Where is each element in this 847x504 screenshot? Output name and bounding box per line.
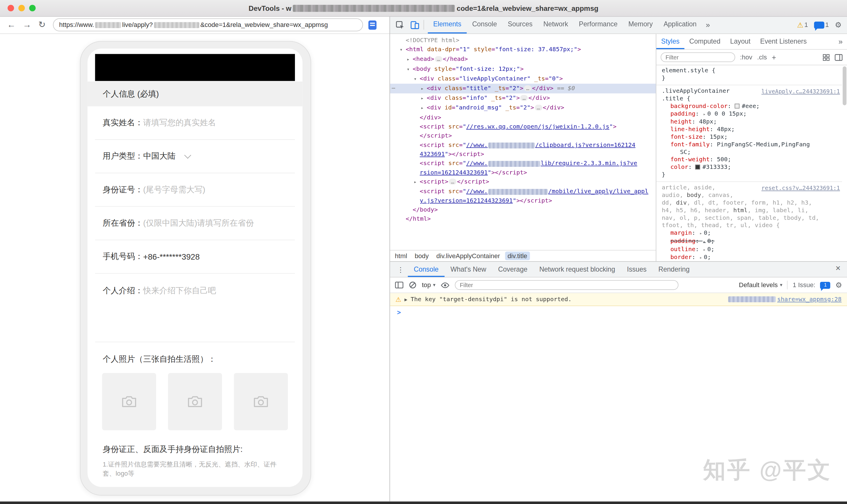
console-tab-what's-new[interactable]: What's New [445,262,492,276]
form-row-4[interactable]: 手机号码：+86-*******3928 [95,240,295,274]
console-settings-gear-icon[interactable]: ⚙ [835,281,842,289]
inspect-element-icon[interactable] [395,20,404,29]
css-property[interactable]: background-color: #eee; [661,103,837,110]
photo-upload-slot[interactable] [234,373,288,430]
kebab-menu-icon[interactable]: ⋮ [393,266,408,274]
tree-node[interactable]: ▾<html data-dpr="1" style="font-size: 37… [390,45,656,54]
css-property[interactable]: SC; [661,148,837,156]
source-link[interactable]: /mobile/live_apply/live_appl [548,188,649,195]
breadcrumb-html[interactable]: html [392,251,410,260]
clear-console-icon[interactable] [409,281,417,289]
issues-bubble-icon[interactable]: 1 [820,282,831,289]
console-tab-coverage[interactable]: Coverage [492,262,534,276]
execution-context-selector[interactable]: top▾ [422,281,436,289]
source-link[interactable]: rsion=1621244323691 [420,169,488,176]
back-icon[interactable]: ← [7,20,16,29]
breadcrumb-div-title[interactable]: div.title [505,251,530,260]
disclosure-arrow[interactable]: ▾ [414,75,420,84]
more-tabs-icon[interactable]: » [702,20,714,29]
devtools-divider[interactable] [390,16,390,501]
css-property[interactable]: outline: ▸0; [661,246,837,254]
console-warning-message[interactable]: ⚠ ▶ The key "target-densitydpi" is not s… [390,293,847,306]
grid-overlay-icon[interactable] [823,54,830,61]
sidebar-tab-event-listeners[interactable]: Event Listeners [755,34,812,49]
tree-node[interactable]: rsion=1621244323691"></script> [390,168,656,177]
tree-node[interactable]: ▸<head>…</head> [390,54,656,64]
computed-sidebar-icon[interactable] [835,54,843,61]
log-levels-dropdown[interactable]: Default levels▾ [739,281,782,289]
source-link[interactable]: //res.wx.qq.com/open/js/jweixin-1.2.0.js [466,123,610,130]
css-property[interactable]: font-family: PingFangSC-Medium,PingFang [661,141,837,148]
source-link[interactable]: /clipboard.js?version=162124 [535,141,636,148]
tree-node[interactable]: <script src="//www./clipboard.js?version… [390,141,656,149]
css-property[interactable]: border: ▸0; [661,254,837,262]
console-prompt[interactable]: > [390,306,847,319]
issues-indicator[interactable]: 1 [814,21,829,29]
more-tabs-icon[interactable]: » [834,37,847,46]
device-toolbar-icon[interactable] [410,20,420,29]
css-rule-section[interactable]: .liveApplyContainerliveApply.c…244323691… [656,85,842,182]
warning-source-link[interactable]: share=wx_appmsg:28 [777,296,842,303]
console-tab-network-request-blocking[interactable]: Network request blocking [533,262,621,276]
css-rule-section[interactable]: article, aside,reset.css?v…244323691:1au… [656,182,842,262]
tree-node-selected[interactable]: ⋯▸<div class="title" _ts="2">…</div> == … [390,84,656,93]
styles-filter-input[interactable] [661,52,736,62]
extension-icon[interactable] [369,20,377,29]
tree-node[interactable]: <script src="//www./mobile/live_apply/li… [390,187,656,196]
styles-scrollbar[interactable] [843,67,846,259]
disclosure-arrow[interactable]: ▾ [407,65,413,74]
tree-node[interactable]: ▸<script>…</script> [390,177,656,187]
node-menu-icon[interactable]: ⋯ [392,84,395,93]
tree-node[interactable]: </script> [390,131,656,140]
tree-node[interactable]: y.js?version=1621244323691"></script> [390,196,656,205]
source-link[interactable]: 4323691 [420,151,445,158]
tab-network[interactable]: Network [538,16,574,33]
css-property[interactable]: line-height: 48px; [661,126,837,133]
tree-node[interactable]: </html> [390,214,656,223]
shorthand-expand-icon[interactable]: ▸ [703,112,706,117]
toggle-class-button[interactable]: .cls [757,54,767,61]
form-row-2[interactable]: 身份证号：(尾号字母需大写) [95,173,295,206]
new-style-rule-icon[interactable]: + [772,53,776,62]
tree-node[interactable]: ▸<div class="info" _ts="2">…</div> [390,93,656,103]
element-style-section[interactable]: element.style {} [656,65,842,85]
disclosure-arrow[interactable]: ▸ [414,178,420,187]
console-tab-console[interactable]: Console [408,262,445,276]
shorthand-expand-icon[interactable]: ▸ [703,247,706,252]
stylesheet-source-link[interactable]: liveApply.c…244323691:1 [761,88,840,95]
toggle-hover-state-button[interactable]: :hov [740,54,753,61]
tab-performance[interactable]: Performance [574,16,623,33]
tree-node[interactable]: 4323691"></script> [390,149,656,159]
console-sidebar-icon[interactable] [395,281,404,289]
tab-application[interactable]: Application [658,16,702,33]
tab-elements[interactable]: Elements [428,16,467,33]
eye-icon[interactable] [441,282,449,288]
reload-icon[interactable]: ↻ [38,20,46,29]
issues-count-label[interactable]: 1 Issue: [793,281,815,289]
intro-textarea[interactable] [95,307,295,342]
tree-node[interactable]: ▸<div id="android_msg" _ts="2">…</div> [390,103,656,113]
console-tab-issues[interactable]: Issues [621,262,653,276]
tree-node[interactable]: <!DOCTYPE html> [390,36,656,45]
breadcrumb-body[interactable]: body [412,251,431,260]
form-row-3[interactable]: 所在省份：(仅限中国大陆)请填写所在省份 [95,206,295,240]
sidebar-tab-layout[interactable]: Layout [725,34,755,49]
color-swatch[interactable] [695,165,700,170]
source-link[interactable]: y.js?version=1621244323691 [420,197,513,204]
shorthand-expand-icon[interactable]: ▸ [700,255,702,260]
css-property[interactable]: color: #313333; [661,164,837,171]
console-filter-input[interactable] [455,280,678,290]
form-row-0[interactable]: 真实姓名：请填写您的真实姓名 [95,106,295,140]
console-tab-rendering[interactable]: Rendering [653,262,695,276]
color-swatch[interactable] [735,104,740,109]
tree-node[interactable]: </body> [390,205,656,214]
tree-node[interactable]: <script src="//res.wx.qq.com/open/js/jwe… [390,122,656,131]
photo-upload-slot[interactable] [168,373,222,430]
tree-node[interactable]: <script src="//www.lib/require-2.3.3.min… [390,159,656,168]
tab-memory[interactable]: Memory [623,16,658,33]
url-bar[interactable]: https://www. live/apply? &code=1&rela_we… [53,18,363,31]
forward-icon[interactable]: → [22,20,31,29]
stylesheet-source-link[interactable]: reset.css?v…244323691:1 [761,184,840,192]
sidebar-tab-styles[interactable]: Styles [656,34,685,49]
disclosure-arrow[interactable]: ▸ [407,55,413,64]
